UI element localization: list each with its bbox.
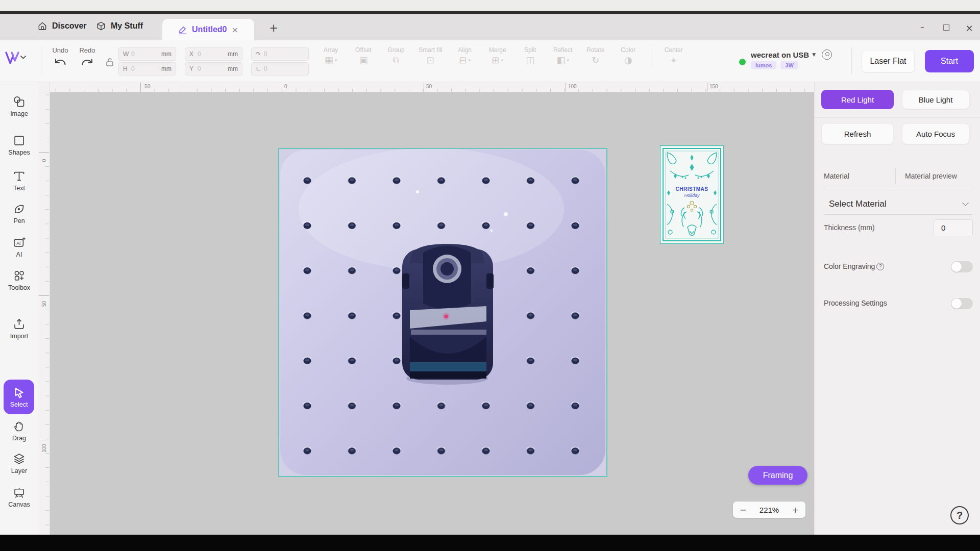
sidebar-item-pen[interactable]: Pen (0, 202, 38, 224)
material-tabs-underline (824, 189, 973, 189)
sidebar-item-shapes-label: Shapes (8, 149, 30, 156)
ruler-horizontal: -50 0 50 100 150 (50, 82, 814, 92)
ruler-mark: 50 (39, 295, 49, 307)
device-badge-lumos: lumos (751, 61, 776, 69)
help-question-icon[interactable]: ? (876, 263, 884, 270)
device-status[interactable]: wecreat on USB ▼ lumos 3W (739, 49, 832, 69)
start-button[interactable]: Start (925, 50, 974, 72)
tool-align-label: Align (458, 46, 472, 54)
color-engraving-toggle[interactable] (951, 261, 973, 272)
refresh-label: Refresh (844, 130, 871, 138)
sidebar-item-layer[interactable]: Layer (0, 452, 38, 474)
sidebar-item-shapes[interactable]: Shapes (0, 134, 38, 156)
tab-discover[interactable]: Discover (37, 21, 87, 31)
x-field-label: X (189, 51, 198, 58)
x-field[interactable]: X 0 mm (185, 47, 242, 61)
select-material-value: Select Material (829, 199, 886, 209)
tool-center: Center ⌖ (664, 46, 684, 65)
thickness-label: Thickness (mm) (824, 223, 875, 232)
refresh-button[interactable]: Refresh (821, 123, 894, 144)
import-icon (12, 317, 26, 331)
width-field[interactable]: W 0 mm (118, 47, 176, 61)
window-maximize-button[interactable]: □ (940, 22, 953, 32)
device-camera-icon[interactable] (822, 49, 832, 60)
zoom-control: − 221% + (733, 502, 805, 518)
help-button[interactable]: ? (950, 506, 969, 524)
laser-settings-panel: Red Light Blue Light Refresh Auto Focus … (814, 82, 980, 535)
design-object[interactable]: CHRISTMAS Holiday (660, 145, 724, 244)
toolbar-divider (41, 45, 41, 76)
sidebar-item-ai[interactable]: Ai AI (0, 236, 38, 258)
tab-untitled0[interactable]: Untitled0 × (162, 19, 254, 40)
sidebar-item-ai-label: AI (16, 251, 22, 258)
sidebar-item-drag[interactable]: Drag (0, 419, 38, 442)
thickness-input[interactable]: 0 (934, 219, 973, 236)
chevron-down-icon: ▾ (501, 58, 503, 63)
edit-pen-icon (178, 25, 187, 34)
bed-camera-image[interactable] (278, 148, 607, 477)
chevron-down-icon: ▾ (567, 58, 569, 63)
red-light-button[interactable]: Red Light (821, 90, 894, 109)
app-menu[interactable] (4, 48, 27, 67)
height-field[interactable]: H 0 mm (118, 62, 176, 76)
material-preview-tab[interactable]: Material preview (905, 172, 957, 180)
material-tabs-divider (895, 168, 896, 184)
lock-ratio-toggle[interactable] (105, 57, 114, 69)
window-minimize-button[interactable]: – (916, 22, 929, 32)
laser-flat-button[interactable]: Laser Flat (862, 50, 915, 72)
zoom-in-button[interactable]: + (792, 505, 799, 515)
sidebar-item-text[interactable]: Text (0, 169, 38, 192)
sidebar-item-pen-label: Pen (13, 217, 24, 224)
framing-button[interactable]: Framing (748, 466, 807, 485)
tool-color: Color ◑ (618, 46, 639, 65)
design-canvas[interactable]: CHRISTMAS Holiday Framing − 221% + (50, 92, 814, 535)
tab-my-stuff[interactable]: My Stuff (96, 21, 143, 31)
sidebar-item-canvas-label: Canvas (8, 501, 30, 508)
skew-angle-icon: ∟ (256, 65, 264, 72)
redo-button[interactable]: Redo (76, 46, 99, 70)
window-close-button[interactable]: × (963, 22, 976, 33)
arrange-tools: Array ▦▾ Offset ▣ Group ⧉ Smart fill ⊡ A… (321, 46, 684, 72)
zoom-out-button[interactable]: − (740, 505, 746, 515)
sidebar-item-import[interactable]: Import (0, 317, 38, 340)
y-field[interactable]: Y 0 mm (185, 62, 242, 76)
thickness-value: 0 (941, 223, 945, 232)
layer-icon (12, 452, 26, 466)
new-tab-button[interactable]: + (267, 22, 280, 34)
device-chevron-down-icon[interactable]: ▼ (812, 52, 816, 57)
tool-smart-fill-label: Smart fill (419, 46, 443, 54)
processing-settings-toggle[interactable] (951, 298, 973, 309)
sidebar-item-import-label: Import (10, 333, 28, 340)
chevron-down-icon: ▾ (335, 58, 337, 63)
rotation-fields: ↷ 0 ∟ 0 (251, 47, 309, 76)
sidebar-item-canvas[interactable]: Canvas (0, 486, 38, 508)
device-badge-power: 3W (780, 61, 798, 69)
tab-close-icon[interactable]: × (232, 25, 238, 35)
select-material-dropdown[interactable]: Select Material (824, 193, 973, 215)
tab-discover-label: Discover (52, 21, 87, 31)
skew-field[interactable]: ∟ 0 (251, 62, 309, 76)
undo-button[interactable]: Undo (48, 46, 72, 70)
blue-light-button[interactable]: Blue Light (902, 90, 969, 109)
zoom-level[interactable]: 221% (760, 506, 779, 514)
sidebar-item-image[interactable]: Image (0, 95, 38, 117)
width-field-unit: mm (161, 51, 172, 58)
svg-text:Ai: Ai (16, 241, 20, 246)
wecreat-logo-icon (4, 48, 27, 67)
material-tab[interactable]: Material (824, 172, 849, 180)
ruler-mark: 0 (39, 152, 49, 163)
laser-flat-label: Laser Flat (870, 57, 906, 66)
sidebar-item-select[interactable]: Select (4, 380, 34, 414)
split-icon: ◫ (526, 56, 534, 65)
auto-focus-button[interactable]: Auto Focus (902, 123, 969, 144)
center-icon: ⌖ (671, 56, 676, 65)
sidebar-item-text-label: Text (13, 185, 25, 192)
sidebar-item-toolbox[interactable]: Toolbox (0, 269, 38, 291)
y-field-unit: mm (228, 65, 238, 72)
rotate-field[interactable]: ↷ 0 (251, 47, 309, 61)
tool-merge-label: Merge (489, 46, 506, 54)
x-field-unit: mm (228, 51, 238, 58)
width-field-value: 0 (131, 51, 161, 58)
red-light-label: Red Light (841, 95, 874, 104)
sidebar-item-drag-label: Drag (12, 435, 26, 442)
